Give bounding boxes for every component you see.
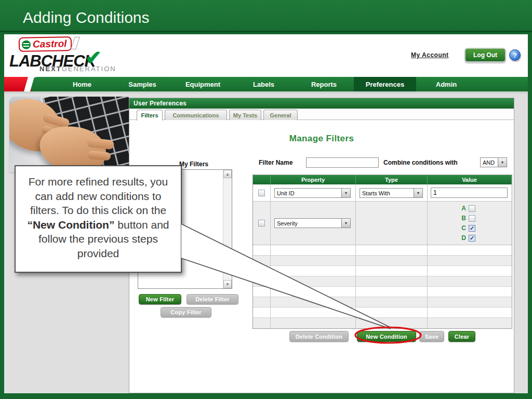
table-header-row: Property Type Value: [253, 175, 512, 184]
property-select[interactable]: Severity: [274, 218, 351, 228]
app-header: Castrol LABCHECK✔ NEXTGENERATION My Acco…: [4, 34, 528, 77]
empty-table-row: [253, 276, 512, 287]
panel-title: User Preferences: [129, 98, 514, 109]
chevron-down-icon[interactable]: [498, 158, 507, 167]
property-column-header: Property: [271, 175, 356, 184]
tab-general[interactable]: General: [263, 110, 298, 120]
slide-title: Adding Conditions: [23, 9, 150, 26]
combine-operator-value: AND: [481, 158, 498, 167]
condition-row-severity: Severity A B: [253, 202, 512, 245]
nav-item-reports[interactable]: Reports: [294, 77, 354, 91]
callout-bold-text: “New Condition”: [27, 219, 114, 231]
slide: Adding Conditions Castrol LABCHECK✔ NEXT…: [0, 0, 532, 399]
type-select[interactable]: Starts With: [360, 188, 423, 198]
severity-options-group: A B C ✓ D: [428, 205, 512, 242]
delete-filter-button[interactable]: Delete Filter: [187, 294, 238, 304]
callout-text: For more refined results, you can add ne…: [20, 175, 177, 260]
severity-option-b: B: [461, 215, 475, 222]
tab-my-tests[interactable]: My Tests: [229, 110, 261, 120]
next-generation-tagline: NEXTGENERATION: [39, 65, 116, 73]
severity-option-c: C ✓: [461, 224, 475, 232]
severity-checkbox-d[interactable]: ✓: [469, 235, 475, 242]
severity-checkbox-a[interactable]: [469, 205, 475, 212]
castrol-labcheck-logo: Castrol LABCHECK✔ NEXTGENERATION: [9, 36, 139, 76]
select-column-header: [253, 175, 271, 184]
listbox-scrollbar[interactable]: ▲ ▼: [223, 170, 232, 288]
severity-checkbox-b[interactable]: [469, 215, 475, 222]
filter-name-label: Filter Name: [259, 159, 292, 166]
combine-operator-select[interactable]: AND: [480, 157, 507, 167]
severity-option-a: A: [461, 205, 475, 212]
log-out-button[interactable]: Log Out: [466, 49, 505, 61]
nav-item-equipment[interactable]: Equipment: [172, 77, 233, 91]
property-select[interactable]: Unit ID: [274, 188, 351, 198]
nav-bar: Home Samples Equipment Labels Reports Pr…: [31, 77, 528, 91]
nav-item-samples[interactable]: Samples: [112, 77, 172, 91]
nav-item-admin[interactable]: Admin: [416, 77, 476, 91]
empty-table-row: [253, 266, 512, 276]
keyboard-photo: [9, 97, 129, 172]
new-condition-button[interactable]: New Condition: [357, 331, 416, 342]
user-preferences-panel: User Preferences Filters Communications …: [129, 98, 514, 393]
value-column-header: Value: [428, 175, 512, 184]
castrol-circle-icon: [22, 40, 31, 49]
tab-filters[interactable]: Filters: [137, 110, 163, 121]
manage-filters-heading: Manage Filters: [129, 134, 514, 144]
condition-row-unit-id: Unit ID Starts With: [253, 184, 512, 202]
type-column-header: Type: [356, 175, 428, 184]
my-account-link[interactable]: My Account: [411, 51, 449, 59]
severity-option-d: D ✓: [461, 234, 475, 242]
new-filter-button[interactable]: New Filter: [139, 294, 181, 304]
tab-communications[interactable]: Communications: [165, 110, 227, 120]
chevron-down-icon[interactable]: [341, 189, 350, 197]
empty-table-row: [253, 297, 512, 308]
scroll-up-icon[interactable]: ▲: [223, 170, 232, 178]
empty-table-row: [253, 245, 512, 256]
chevron-down-icon[interactable]: [414, 189, 422, 197]
chevron-down-icon[interactable]: [341, 219, 350, 228]
save-button[interactable]: Save: [419, 331, 444, 342]
nav-item-preferences[interactable]: Preferences: [354, 77, 416, 91]
instruction-callout: For more refined results, you can add ne…: [15, 165, 182, 273]
row-select-checkbox[interactable]: [258, 190, 265, 196]
my-filters-label: My Filters: [179, 161, 208, 168]
copy-filter-button[interactable]: Copy Filter: [161, 307, 211, 317]
severity-checkbox-c[interactable]: ✓: [469, 225, 475, 232]
help-icon[interactable]: ?: [509, 49, 521, 61]
empty-table-row: [253, 318, 512, 328]
nav-spacer: [31, 77, 52, 91]
conditions-table: Property Type Value Unit ID Starts: [252, 175, 512, 329]
row-select-checkbox[interactable]: [258, 220, 265, 227]
empty-table-row: [253, 308, 512, 318]
clear-button[interactable]: Clear: [448, 331, 475, 342]
empty-table-row: [253, 256, 512, 266]
delete-condition-button[interactable]: Delete Condition: [289, 331, 349, 342]
empty-table-row: [253, 287, 512, 297]
tab-strip: Filters Communications My Tests General: [129, 109, 514, 120]
badge-tail-decoration: [71, 37, 80, 49]
combine-conditions-label: Combine conditions with: [383, 159, 458, 166]
slide-title-bar: Adding Conditions: [0, 0, 532, 32]
nav-item-labels[interactable]: Labels: [233, 77, 294, 91]
scroll-down-icon[interactable]: ▼: [223, 280, 232, 288]
empty-type-cell: [356, 202, 428, 245]
nav-item-home[interactable]: Home: [52, 77, 112, 91]
main-navigation: Home Samples Equipment Labels Reports Pr…: [4, 77, 528, 91]
filter-name-input[interactable]: [306, 157, 379, 168]
condition-value-input[interactable]: [431, 188, 508, 198]
log-out-button-bezel: Log Out: [464, 48, 506, 62]
